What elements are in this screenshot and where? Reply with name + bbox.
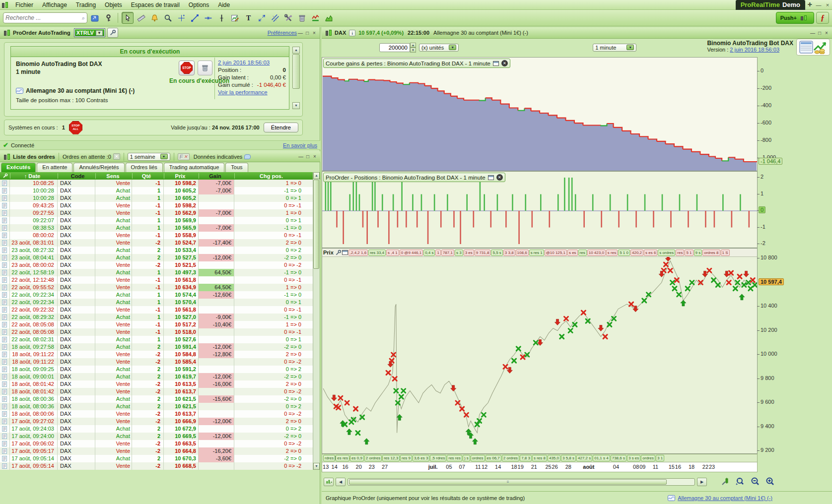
menu-item-aide[interactable]: Aide	[213, 0, 234, 9]
key-icon[interactable]	[102, 12, 114, 24]
fibonacci-icon[interactable]	[256, 12, 268, 24]
close-window-icon[interactable]: ×	[823, 2, 832, 8]
table-row[interactable]: 23 août, 08:04:41DAXAchat210 527,5-12,00…	[0, 254, 313, 261]
table-row[interactable]: 22 août, 12:12:48DAXVente-110 561,80 => …	[0, 276, 313, 284]
settings-wrench-button[interactable]	[107, 28, 118, 38]
script-f-button[interactable]: ƒ	[816, 12, 829, 24]
magnifier-icon[interactable]	[162, 12, 174, 24]
table-row[interactable]: 23 août, 08:31:01DAXVente-210 524,7-17,4…	[0, 239, 313, 247]
table-row[interactable]: 18 août, 09:11:22DAXVente-210 584,8-12,8…	[0, 351, 313, 358]
delete-system-button[interactable]	[198, 61, 212, 75]
order-doc-icon[interactable]	[0, 224, 10, 232]
order-doc-icon[interactable]	[0, 388, 10, 395]
order-doc-icon[interactable]	[0, 202, 10, 209]
table-row[interactable]: 17 août, 09:05:17DAXVente-210 664,8-16,2…	[0, 447, 313, 455]
table-row[interactable]: 17 août, 09:06:02DAXVente-210 663,50 => …	[0, 440, 313, 447]
search-input[interactable]	[5, 14, 82, 21]
scroll-right-icon[interactable]: ▶	[697, 478, 707, 486]
scroll-down-icon[interactable]: ▼	[313, 463, 320, 470]
performance-link[interactable]: Voir la performance	[218, 89, 268, 95]
table-row[interactable]: 08:38:53DAXAchat110 565,9-7,00€-1 => 0	[0, 224, 313, 232]
table-row[interactable]: 22 août, 12:58:19DAXAchat110 497,364,50€…	[0, 269, 313, 276]
search-box[interactable]: ⌕	[3, 12, 87, 23]
column-header-code[interactable]: Code	[58, 172, 95, 180]
table-row[interactable]: 10:00:28DAXAchat110 605,20 => 1	[0, 194, 313, 202]
tab-annul-s-rejet-s[interactable]: Annulés/Rejetés	[73, 163, 124, 172]
quantity-input[interactable]	[379, 43, 410, 52]
maximize-orders-icon[interactable]: □	[304, 154, 311, 159]
unit-select[interactable]: (x) unités▼	[419, 44, 459, 52]
order-doc-icon[interactable]	[0, 351, 10, 358]
tab-ex-cut-s[interactable]: Exécutés	[1, 163, 36, 172]
table-row[interactable]: 18 août, 08:00:06DAXVente-210 613,70 => …	[0, 410, 313, 418]
scroll-left-icon[interactable]: ◀	[336, 478, 346, 486]
info-icon[interactable]: i	[349, 30, 355, 36]
table-row[interactable]: 18 août, 09:11:22DAXVente-210 585,40 => …	[0, 358, 313, 366]
segment-icon[interactable]	[202, 12, 214, 24]
zoom-in-icon[interactable]	[763, 476, 776, 488]
tab-tous[interactable]: Tous	[225, 163, 248, 172]
table-row[interactable]: 23 août, 08:27:32DAXAchat210 533,40 => 2	[0, 247, 313, 254]
zoom-fit-icon[interactable]	[734, 476, 747, 488]
trendline-icon[interactable]	[189, 12, 201, 24]
table-row[interactable]: 17 août, 09:24:03DAXAchat210 672,90 => 2	[0, 425, 313, 433]
order-doc-icon[interactable]	[0, 403, 10, 410]
timeframe-select[interactable]: 1 minute▼	[593, 44, 636, 52]
close-chart-icon[interactable]: ×	[823, 30, 830, 36]
order-doc-icon[interactable]	[0, 261, 10, 269]
indicator-icon[interactable]	[229, 12, 241, 24]
scrollbar-thumb[interactable]: ≡	[349, 479, 667, 485]
table-row[interactable]: 22 août, 09:22:34DAXAchat110 570,40 => 1	[0, 299, 313, 306]
maximize-chart-icon[interactable]: □	[816, 30, 823, 36]
order-doc-icon[interactable]	[0, 343, 10, 351]
table-row[interactable]: 09:27:55DAXVente-110 562,9-7,00€1 => 0	[0, 209, 313, 217]
table-row[interactable]: 09:43:25DAXVente-110 598,20 => -1	[0, 202, 313, 209]
running-scrollbar[interactable]: ▲ ▼	[292, 47, 300, 109]
clear-pending-icon[interactable]: ✕	[113, 153, 120, 160]
order-doc-icon[interactable]	[0, 276, 10, 284]
order-doc-icon[interactable]	[0, 455, 10, 462]
table-row[interactable]: 18 août, 08:00:36DAXAchat210 621,50 => 2	[0, 403, 313, 410]
table-row[interactable]: 18 août, 09:00:01DAXAchat210 619,7-12,00…	[0, 373, 313, 380]
trash-icon[interactable]	[296, 12, 308, 24]
order-doc-icon[interactable]	[0, 180, 10, 187]
quantity-stepper[interactable]: ▲▼	[410, 43, 416, 53]
order-doc-icon[interactable]	[0, 380, 10, 388]
area-chart-icon[interactable]	[323, 12, 335, 24]
table-row[interactable]: 23 août, 08:00:02DAXVente-210 521,50 => …	[0, 261, 313, 269]
preferences-link[interactable]: Préférences	[268, 30, 297, 36]
order-doc-icon[interactable]	[0, 299, 10, 306]
menu-item-objets[interactable]: Objets	[100, 0, 127, 9]
tab-ordres-li-s[interactable]: Ordres liés	[126, 163, 163, 172]
table-row[interactable]: 22 août, 08:05:08DAXVente-110 518,00 => …	[0, 328, 313, 336]
table-row[interactable]: 22 août, 08:05:08DAXVente-110 517,2-10,4…	[0, 321, 313, 328]
line-chart-icon[interactable]	[309, 12, 321, 24]
minimize-panel-icon[interactable]: —	[297, 30, 304, 36]
order-doc-icon[interactable]	[0, 314, 10, 321]
header-tools-icon[interactable]	[0, 172, 10, 180]
tab-trading-automatique[interactable]: Trading automatique	[164, 163, 225, 172]
price-chart[interactable]: Prix ,2,4,2 1,6res 33,4s ,4 10 @9 446,10…	[322, 248, 758, 454]
order-doc-icon[interactable]	[0, 447, 10, 455]
order-doc-icon[interactable]	[0, 239, 10, 247]
table-row[interactable]: 10:08:25DAXVente-110 598,2-7,00€1 => 0	[0, 180, 313, 187]
text-icon[interactable]: T	[242, 12, 254, 24]
scroll-down-icon[interactable]: ▼	[292, 102, 300, 109]
table-row[interactable]: 22 août, 08:02:31DAXAchat110 527,60 => 1	[0, 336, 313, 343]
scroll-up-icon[interactable]: ▲	[292, 47, 300, 54]
menu-item-espaces-de-travail[interactable]: Espaces de travail	[127, 0, 184, 9]
table-row[interactable]: 17 août, 09:05:14DAXAchat210 670,3-3,60€…	[0, 455, 313, 462]
close-panel-icon[interactable]: ×	[311, 30, 318, 36]
order-doc-icon[interactable]	[0, 433, 10, 440]
maximize-panel-icon[interactable]: □	[304, 30, 311, 36]
table-row[interactable]: 22 août, 08:29:32DAXAchat110 527,0-9,00€…	[0, 314, 313, 321]
order-doc-icon[interactable]	[0, 373, 10, 380]
system-version-link[interactable]: 2 juin 2016 18:56:03	[218, 60, 270, 65]
table-row[interactable]: 09:22:07DAXAchat110 569,90 => 1	[0, 217, 313, 224]
order-doc-icon[interactable]	[0, 254, 10, 261]
stop-system-button[interactable]: STOP	[179, 61, 195, 75]
tab-en-attente[interactable]: En attente	[37, 163, 72, 172]
order-doc-icon[interactable]	[0, 425, 10, 433]
alarm-icon[interactable]	[148, 12, 160, 24]
footer-instrument-link[interactable]: Allemagne 30 au comptant (Mini 1€) (-)	[678, 495, 772, 501]
